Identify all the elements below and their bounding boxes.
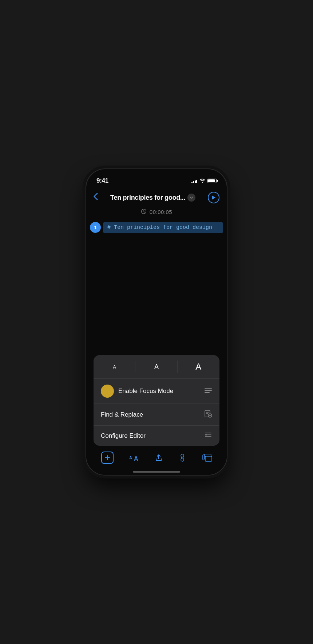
nav-chevron-button[interactable]	[187, 194, 195, 202]
editor-area: 1 # Ten principles for good design	[86, 218, 227, 233]
status-time: 9:41	[96, 177, 108, 184]
theme-button[interactable]	[178, 453, 187, 462]
bottom-menu: A A A Enable Focus Mode	[94, 355, 219, 446]
font-size-medium[interactable]: A	[135, 357, 177, 377]
battery-icon	[207, 179, 217, 183]
timer-value: 00:00:05	[150, 209, 172, 215]
code-line-1: 1 # Ten principles for good design	[86, 222, 227, 233]
find-replace-icon	[204, 410, 212, 420]
font-size-large[interactable]: A	[178, 355, 219, 378]
home-indicator	[133, 471, 180, 473]
svg-text:A: A	[134, 456, 138, 461]
configure-editor-label: Configure Editor	[101, 432, 146, 440]
find-replace-label: Find & Replace	[101, 411, 143, 418]
enable-focus-mode-item[interactable]: Enable Focus Mode	[94, 379, 219, 404]
timer-bar: 00:00:05	[86, 206, 227, 218]
status-icons	[191, 179, 217, 183]
nav-title-container[interactable]: Ten principles for good...	[110, 194, 195, 202]
font-size-small[interactable]: A	[94, 358, 135, 376]
gallery-button[interactable]	[202, 454, 212, 462]
timer-icon	[141, 208, 147, 215]
svg-point-6	[181, 457, 183, 459]
dynamic-island	[135, 174, 178, 186]
focus-mode-icon	[204, 387, 212, 395]
enable-focus-mode-label: Enable Focus Mode	[118, 387, 173, 395]
nav-bar: Ten principles for good...	[86, 189, 227, 206]
bottom-toolbar: A A	[86, 448, 227, 468]
back-button[interactable]	[94, 193, 98, 202]
font-size-button[interactable]: A A	[129, 454, 139, 461]
play-button[interactable]	[208, 192, 219, 203]
configure-editor-icon	[204, 432, 212, 440]
line-content-1: # Ten principles for good design	[103, 222, 223, 233]
svg-point-3	[205, 434, 207, 436]
configure-editor-item[interactable]: Configure Editor	[94, 426, 219, 446]
svg-rect-9	[205, 456, 212, 461]
find-replace-item[interactable]: Find & Replace	[94, 404, 219, 426]
svg-text:A: A	[129, 456, 132, 460]
focus-mode-dot	[101, 385, 114, 398]
wifi-icon	[199, 179, 205, 183]
new-document-button[interactable]	[101, 452, 114, 464]
phone-frame: 9:41	[86, 168, 227, 476]
line-number-1: 1	[90, 222, 101, 233]
font-size-row: A A A	[94, 355, 219, 379]
signal-icon	[191, 179, 198, 183]
nav-title: Ten principles for good...	[110, 194, 185, 202]
share-button[interactable]	[155, 454, 163, 462]
